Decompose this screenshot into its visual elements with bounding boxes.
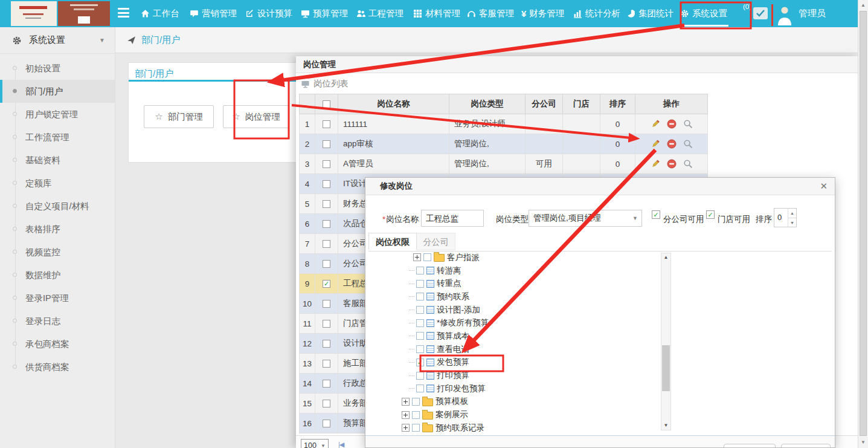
modal-save-button[interactable] [724,444,776,448]
sidebar-item-用户锁定管理[interactable]: 用户锁定管理 [0,103,115,126]
tree-item-预算成本[interactable]: 预算成本 [369,330,656,343]
expand-plus-icon[interactable] [402,424,410,432]
tab-branch[interactable]: 分公司 [417,233,455,250]
tree-item-*修改所有预算[interactable]: *修改所有预算 [369,316,656,330]
tree-item-查看电话[interactable]: 查看电话 [369,343,656,356]
page-scrollbar[interactable]: ▲ ▼ [858,0,868,448]
tree-checkbox[interactable] [416,385,424,392]
tree-checkbox[interactable] [416,293,424,300]
tree-checkbox[interactable] [412,398,420,406]
sidebar-item-承包商档案[interactable]: 承包商档案 [0,333,115,355]
tree-item-预约联系记录[interactable]: 预约联系记录 [369,421,656,435]
sidebar-item-登录日志[interactable]: 登录日志 [0,310,115,333]
view-magnifier-icon[interactable] [683,119,693,129]
first-page-button[interactable]: |◀ [338,441,344,448]
row-checkbox[interactable] [323,420,330,427]
sidebar-item-工作流管理[interactable]: 工作流管理 [0,126,115,149]
row-checkbox[interactable] [323,400,330,407]
stepper-down-icon[interactable]: ▼ [788,218,796,227]
scrollbar-thumb[interactable] [860,11,867,436]
row-checkbox[interactable]: ✓ [323,280,330,288]
sidebar-item-登录IP管理[interactable]: 登录IP管理 [0,287,115,310]
tree-item-发包预算[interactable]: ✓发包预算 [369,356,656,369]
row-checkbox[interactable] [323,120,330,128]
tree-item-预约联系[interactable]: 预约联系 [369,290,656,304]
nav-item-财务管理[interactable]: ¥财务管理 [521,0,564,27]
post-manage-button[interactable]: ☆ 岗位管理 [223,105,289,128]
sort-stepper[interactable]: 0 ▲▼ [774,208,797,227]
scroll-up-icon[interactable]: ▲ [858,1,868,10]
row-checkbox[interactable] [323,320,330,328]
sidebar-item-定额库[interactable]: 定额库 [0,172,115,195]
row-checkbox[interactable] [323,240,330,248]
tree-checkbox[interactable] [412,424,420,432]
close-icon[interactable]: ✕ [820,181,828,192]
view-magnifier-icon[interactable] [683,139,693,149]
tree-checkbox[interactable] [416,319,424,327]
username-label[interactable]: 管理员 [799,8,826,19]
tree-item-打印预算[interactable]: 打印预算 [369,369,656,382]
row-checkbox[interactable] [323,260,330,268]
expand-plus-icon[interactable] [402,411,410,419]
tree-checkbox[interactable]: ✓ [416,359,424,366]
nav-item-系统设置[interactable]: 系统设置 [680,0,727,27]
select-all-checkbox[interactable] [323,100,330,108]
post-name-input[interactable]: 工程总监 [421,210,484,227]
tab-dept-user[interactable]: 部门/用户 [135,68,173,80]
nav-item-工作台[interactable]: 工作台 [141,0,179,27]
stepper-up-icon[interactable]: ▲ [788,209,796,218]
modal-cancel-button[interactable] [781,444,831,448]
tree-checkbox[interactable] [416,332,424,340]
menu-toggle-icon[interactable] [118,8,129,18]
tab-post-permissions[interactable]: 岗位权限 [368,233,417,250]
row-checkbox[interactable] [323,140,330,148]
message-button[interactable]: (0) [753,7,768,19]
row-checkbox[interactable] [323,180,330,188]
view-magnifier-icon[interactable] [683,159,693,169]
sidebar-header-system-settings[interactable]: 系统设置 ▼ [0,27,115,54]
remove-circle-icon[interactable] [667,139,677,149]
tree-item-打印发包预算[interactable]: 打印发包预算 [369,382,656,395]
tree-item-转游离[interactable]: 转游离 [369,264,656,278]
tree-checkbox[interactable] [416,306,424,314]
edit-pencil-icon[interactable] [651,139,660,149]
tree-checkbox[interactable] [412,411,420,419]
dept-manage-button[interactable]: ☆ 部门管理 [144,105,214,128]
remove-circle-icon[interactable] [667,119,677,129]
tree-checkbox[interactable] [416,280,424,288]
scroll-down-icon[interactable]: ▼ [858,438,868,447]
sidebar-item-基础资料[interactable]: 基础资料 [0,149,115,172]
sidebar-item-视频监控[interactable]: 视频监控 [0,241,115,264]
tree-item-设计图-添加[interactable]: 设计图-添加 [369,304,656,317]
row-checkbox[interactable] [323,160,330,168]
expand-plus-icon[interactable] [402,398,410,406]
sidebar-item-数据维护[interactable]: 数据维护 [0,264,115,287]
row-checkbox[interactable] [323,200,330,208]
nav-item-客服管理[interactable]: 客服管理 [467,0,514,27]
tree-scrollbar[interactable]: ▲ ▼ [661,253,671,430]
scroll-up-icon[interactable]: ▲ [661,253,670,262]
nav-item-设计预算[interactable]: 设计预算 [245,0,292,27]
tree-checkbox[interactable] [416,345,424,353]
sidebar-item-自定义项目/材料[interactable]: 自定义项目/材料 [0,195,115,218]
sidebar-item-部门/用户[interactable]: 部门/用户 [0,80,115,103]
edit-pencil-icon[interactable] [651,159,660,169]
page-size-select[interactable]: 100 ▼ [301,439,329,448]
sidebar-item-供货商档案[interactable]: 供货商档案 [0,355,115,378]
nav-item-工程管理[interactable]: 工程管理 [356,0,403,27]
row-checkbox[interactable] [323,360,330,368]
scrollbar-thumb[interactable] [662,345,670,391]
post-type-select[interactable]: 管理岗位,项目经理 ▼ [529,210,642,227]
row-checkbox[interactable] [323,340,330,348]
row-checkbox[interactable] [323,380,330,388]
expand-plus-icon[interactable] [413,253,421,261]
sidebar-item-初始设置[interactable]: 初始设置 [0,57,115,80]
edit-pencil-icon[interactable] [651,119,660,129]
nav-item-材料管理[interactable]: 材料管理 [413,0,460,27]
tree-checkbox[interactable] [416,372,424,380]
avatar[interactable] [777,5,792,25]
tree-item-预算模板[interactable]: 预算模板 [369,395,656,409]
row-checkbox[interactable] [323,300,330,308]
nav-item-集团统计[interactable]: 集团统计 [626,0,674,27]
tree-item-转重点[interactable]: 转重点 [369,277,656,290]
